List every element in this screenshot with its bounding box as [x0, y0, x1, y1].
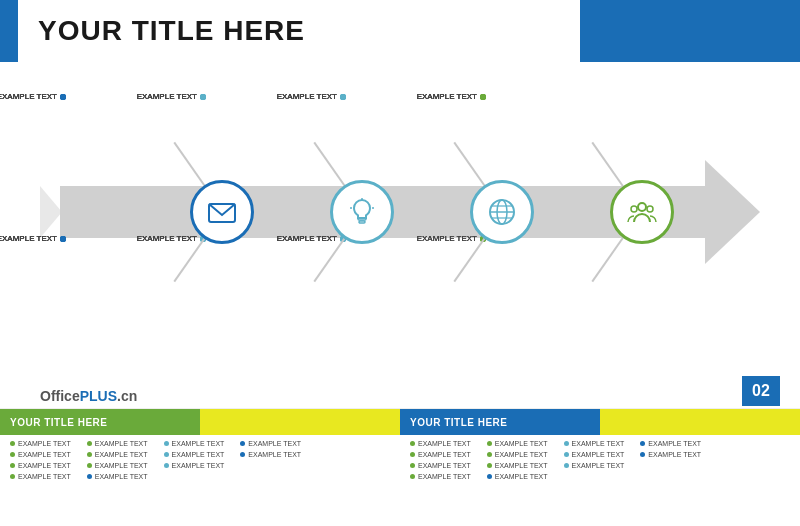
- svg-point-12: [631, 206, 637, 212]
- bottom-left-row-2: EXAMPLE TEXT EXAMPLE TEXT EXAMPLE TEXT E…: [10, 451, 390, 458]
- arrow-tail: [40, 186, 62, 238]
- node-2-bulb: [330, 180, 394, 244]
- header-accent-right: [580, 0, 800, 62]
- bottom-left-title-bar: YOUR TITLE HERE: [0, 409, 400, 435]
- bl-item-1-2: EXAMPLE TEXT: [87, 440, 148, 447]
- br-item-2-4: EXAMPLE TEXT: [640, 451, 701, 458]
- bl-item-4-2: EXAMPLE TEXT: [87, 473, 148, 480]
- bl-item-1-3: EXAMPLE TEXT: [164, 440, 225, 447]
- page-title: YOUR TITLE HERE: [38, 15, 305, 47]
- bl-item-1-4: EXAMPLE TEXT: [240, 440, 301, 447]
- arrow-head: [705, 160, 760, 264]
- bl-item-3-3: EXAMPLE TEXT: [164, 462, 225, 469]
- bottom-right-row-2: EXAMPLE TEXT EXAMPLE TEXT EXAMPLE TEXT E…: [410, 451, 790, 458]
- header: YOUR TITLE HERE: [0, 0, 800, 62]
- bottom-right-yellow-fill: [600, 409, 800, 435]
- bottom-right-panel: YOUR TITLE HERE EXAMPLE TEXT EXAMPLE TEX…: [400, 408, 800, 526]
- bl-item-2-1: EXAMPLE TEXT: [10, 451, 71, 458]
- branding-plus: PLUS: [80, 388, 117, 404]
- bottom-right-blue-bar: YOUR TITLE HERE: [400, 409, 600, 435]
- branding-office: Office: [40, 388, 80, 404]
- label-b1-4: EXAMPLE TEXT: [0, 234, 66, 243]
- branding: OfficePLUS.cn: [40, 388, 137, 404]
- label-a1-4: EXAMPLE TEXT: [0, 92, 66, 101]
- br-item-4-1: EXAMPLE TEXT: [410, 473, 471, 480]
- node-4-group: [610, 180, 674, 244]
- svg-rect-2: [359, 221, 365, 223]
- bottom-right-title-bar: YOUR TITLE HERE: [400, 409, 800, 435]
- page-number-badge: 02: [742, 376, 780, 406]
- br-item-4-2: EXAMPLE TEXT: [487, 473, 548, 480]
- label-b3-4: EXAMPLE TEXT: [277, 234, 346, 243]
- header-title-area: YOUR TITLE HERE: [18, 0, 580, 62]
- header-accent-left: [0, 0, 18, 62]
- bottom-right-row-1: EXAMPLE TEXT EXAMPLE TEXT EXAMPLE TEXT E…: [410, 440, 790, 447]
- bottom-right-labels: EXAMPLE TEXT EXAMPLE TEXT EXAMPLE TEXT E…: [400, 440, 800, 482]
- br-item-1-3: EXAMPLE TEXT: [564, 440, 625, 447]
- label-a3-4: EXAMPLE TEXT: [277, 92, 346, 101]
- br-item-1-1: EXAMPLE TEXT: [410, 440, 471, 447]
- bottom-section: YOUR TITLE HERE EXAMPLE TEXT EXAMPLE TEX…: [0, 408, 800, 526]
- br-item-1-2: EXAMPLE TEXT: [487, 440, 548, 447]
- bottom-left-yellow-fill: [200, 409, 400, 435]
- bottom-right-title: YOUR TITLE HERE: [410, 417, 508, 428]
- bottom-left-row-4: EXAMPLE TEXT EXAMPLE TEXT: [10, 473, 390, 480]
- bottom-left-title: YOUR TITLE HERE: [10, 417, 108, 428]
- br-item-2-1: EXAMPLE TEXT: [410, 451, 471, 458]
- br-item-3-2: EXAMPLE TEXT: [487, 462, 548, 469]
- label-a2-4: EXAMPLE TEXT: [137, 92, 206, 101]
- bl-item-1-1: EXAMPLE TEXT: [10, 440, 71, 447]
- bottom-left-row-1: EXAMPLE TEXT EXAMPLE TEXT EXAMPLE TEXT E…: [10, 440, 390, 447]
- bottom-left-green-bar: YOUR TITLE HERE: [0, 409, 200, 435]
- node-1-email: [190, 180, 254, 244]
- bl-item-2-3: EXAMPLE TEXT: [164, 451, 225, 458]
- bl-item-3-2: EXAMPLE TEXT: [87, 462, 148, 469]
- br-item-2-2: EXAMPLE TEXT: [487, 451, 548, 458]
- bl-item-2-4: EXAMPLE TEXT: [240, 451, 301, 458]
- bl-item-4-1: EXAMPLE TEXT: [10, 473, 71, 480]
- bl-item-2-2: EXAMPLE TEXT: [87, 451, 148, 458]
- node-3-globe: [470, 180, 534, 244]
- svg-point-11: [638, 203, 646, 211]
- bottom-left-labels: EXAMPLE TEXT EXAMPLE TEXT EXAMPLE TEXT E…: [0, 440, 400, 482]
- branding-cn: .cn: [117, 388, 137, 404]
- bottom-right-row-4: EXAMPLE TEXT EXAMPLE TEXT: [410, 473, 790, 480]
- br-item-3-3: EXAMPLE TEXT: [564, 462, 625, 469]
- svg-point-13: [647, 206, 653, 212]
- br-item-3-1: EXAMPLE TEXT: [410, 462, 471, 469]
- page-number-text: 02: [752, 382, 770, 400]
- bl-item-3-1: EXAMPLE TEXT: [10, 462, 71, 469]
- bottom-right-row-3: EXAMPLE TEXT EXAMPLE TEXT EXAMPLE TEXT: [410, 462, 790, 469]
- label-a4-4: EXAMPLE TEXT: [417, 92, 486, 101]
- bottom-left-row-3: EXAMPLE TEXT EXAMPLE TEXT EXAMPLE TEXT: [10, 462, 390, 469]
- br-item-1-4: EXAMPLE TEXT: [640, 440, 701, 447]
- label-b4-3: EXAMPLE TEXT: [417, 234, 486, 243]
- bottom-left-panel: YOUR TITLE HERE EXAMPLE TEXT EXAMPLE TEX…: [0, 408, 400, 526]
- br-item-2-3: EXAMPLE TEXT: [564, 451, 625, 458]
- fishbone-diagram: EXAMPLE TEXT EXAMPLE TEXT EXAMPLE TEXT E…: [40, 72, 760, 352]
- label-b2-4: EXAMPLE TEXT: [137, 234, 206, 243]
- main-content: EXAMPLE TEXT EXAMPLE TEXT EXAMPLE TEXT E…: [0, 62, 800, 352]
